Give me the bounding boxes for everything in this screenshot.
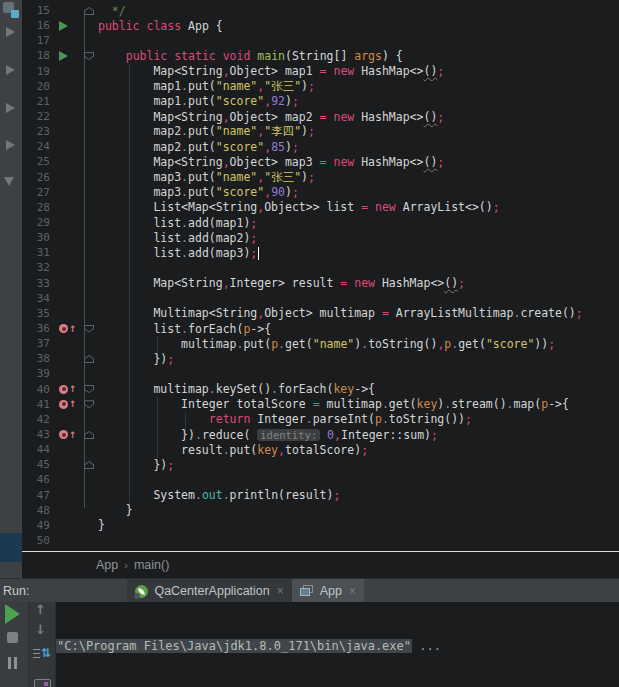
line-number[interactable]: 28 bbox=[22, 201, 54, 214]
line-number[interactable]: 48 bbox=[22, 504, 54, 517]
line-number[interactable]: 29 bbox=[22, 216, 54, 229]
close-icon[interactable]: × bbox=[349, 584, 356, 598]
line-number[interactable]: 31 bbox=[22, 246, 54, 259]
lambda-gutter-icon[interactable]: ↑ bbox=[59, 384, 77, 394]
line-number[interactable]: 15 bbox=[22, 4, 54, 17]
line-number[interactable]: 42 bbox=[22, 413, 54, 426]
code-text: map2.put("name","李四"); bbox=[98, 124, 619, 139]
code-text: list.forEach(p->{ bbox=[98, 322, 619, 336]
line-number[interactable]: 49 bbox=[22, 519, 54, 532]
line-number[interactable]: 20 bbox=[22, 80, 54, 93]
code-token: add(map1) bbox=[188, 216, 250, 230]
code-text: }).reduce( identity: 0,Integer::sum); bbox=[98, 428, 619, 442]
line-number[interactable]: 22 bbox=[22, 110, 54, 123]
line-number[interactable]: 40 bbox=[22, 383, 54, 396]
code-token: new bbox=[333, 64, 354, 78]
breadcrumb-class[interactable]: App bbox=[90, 558, 124, 572]
lambda-gutter-icon[interactable]: ↑ bbox=[59, 324, 77, 334]
line-number[interactable]: 17 bbox=[22, 34, 54, 47]
console-command-line[interactable]: "C:\Program Files\Java\jdk1.8.0_171\bin\… bbox=[56, 638, 441, 655]
fold-marker[interactable] bbox=[84, 431, 94, 439]
line-number[interactable]: 23 bbox=[22, 125, 54, 138]
fold-marker[interactable] bbox=[84, 385, 94, 393]
folded-command-ellipsis[interactable]: ... bbox=[412, 639, 441, 653]
line-number[interactable]: 39 bbox=[22, 367, 54, 380]
code-token: put( bbox=[188, 94, 216, 108]
line-number[interactable]: 38 bbox=[22, 352, 54, 365]
run-tab-qacenterapplication[interactable]: QaCenterApplication × bbox=[127, 579, 291, 603]
code-token: = bbox=[320, 64, 327, 78]
line-number[interactable]: 36 bbox=[22, 322, 54, 335]
console-output[interactable]: "C:\Program Files\Java\jdk1.8.0_171\bin\… bbox=[56, 604, 441, 687]
code-token: . bbox=[181, 231, 188, 245]
fold-marker[interactable] bbox=[84, 325, 94, 333]
active-tool-window-button[interactable] bbox=[0, 533, 22, 562]
expand-arrow-icon[interactable] bbox=[4, 177, 14, 186]
code-text: multimap.put(p.get("name").toString(),p.… bbox=[98, 337, 619, 351]
code-editor[interactable]: 15 */16public class App {1718 public sta… bbox=[22, 0, 619, 552]
code-token: return bbox=[209, 412, 251, 426]
fold-marker[interactable] bbox=[84, 7, 94, 15]
fold-area bbox=[80, 355, 98, 363]
line-number[interactable]: 30 bbox=[22, 231, 54, 244]
code-text: }); bbox=[98, 352, 619, 366]
code-text: multimap.keySet().forEach(key->{ bbox=[98, 382, 619, 396]
lambda-gutter-icon[interactable]: ↑ bbox=[59, 399, 77, 409]
collapse-arrow-icon[interactable] bbox=[6, 103, 15, 113]
code-token: toString() bbox=[368, 337, 437, 351]
line-number[interactable]: 41 bbox=[22, 398, 54, 411]
line-number[interactable]: 35 bbox=[22, 307, 54, 320]
code-text: Map<String,Object> map2 = new HashMap<>(… bbox=[98, 110, 619, 124]
line-number[interactable]: 44 bbox=[22, 443, 54, 456]
run-gutter-icon[interactable] bbox=[59, 51, 68, 61]
code-token: (String[] bbox=[285, 49, 354, 63]
run-gutter-icon[interactable] bbox=[59, 21, 68, 31]
fold-marker[interactable] bbox=[84, 52, 94, 60]
line-number[interactable]: 27 bbox=[22, 186, 54, 199]
line-number[interactable]: 25 bbox=[22, 155, 54, 168]
line-number[interactable]: 34 bbox=[22, 292, 54, 305]
line-number[interactable]: 43 bbox=[22, 428, 54, 441]
breadcrumb-method[interactable]: main() bbox=[128, 558, 175, 572]
fold-marker[interactable] bbox=[84, 400, 94, 408]
rerun-button[interactable] bbox=[5, 604, 20, 624]
collapse-arrow-icon[interactable] bbox=[6, 65, 15, 75]
fold-marker[interactable] bbox=[84, 461, 94, 469]
code-token: . bbox=[181, 124, 188, 138]
code-token: "张三" bbox=[264, 79, 301, 93]
project-structure-icon[interactable] bbox=[3, 2, 20, 19]
line-number[interactable]: 26 bbox=[22, 171, 54, 184]
restore-layout-icon[interactable]: ⇅ bbox=[33, 646, 51, 662]
code-text: map3.put("name","张三"); bbox=[98, 170, 619, 185]
line-number[interactable]: 33 bbox=[22, 277, 54, 290]
code-token: new bbox=[333, 110, 354, 124]
line-number[interactable]: 24 bbox=[22, 140, 54, 153]
close-icon[interactable]: × bbox=[277, 584, 284, 598]
code-text: list.add(map3); bbox=[98, 246, 619, 260]
console-settings-icon[interactable] bbox=[34, 679, 51, 687]
code-token: get( bbox=[458, 337, 486, 351]
down-arrow-icon[interactable]: ↓ bbox=[35, 622, 46, 637]
line-number[interactable]: 21 bbox=[22, 95, 54, 108]
pause-output-button[interactable] bbox=[7, 657, 19, 669]
stop-button[interactable] bbox=[7, 632, 18, 643]
collapse-arrow-icon[interactable] bbox=[6, 27, 15, 37]
line-number[interactable]: 19 bbox=[22, 65, 54, 78]
code-line: 27 map3.put("score",90); bbox=[22, 185, 619, 200]
up-arrow-icon[interactable]: ↑ bbox=[35, 602, 46, 617]
fold-marker[interactable] bbox=[84, 355, 94, 363]
run-tab-app[interactable]: App × bbox=[292, 579, 364, 603]
line-number[interactable]: 37 bbox=[22, 337, 54, 350]
line-number[interactable]: 46 bbox=[22, 473, 54, 486]
collapse-arrow-icon[interactable] bbox=[6, 140, 15, 150]
code-token: . bbox=[181, 79, 188, 93]
line-number[interactable]: 18 bbox=[22, 49, 54, 62]
code-line: 26 map3.put("name","张三"); bbox=[22, 170, 619, 185]
line-number[interactable]: 50 bbox=[22, 534, 54, 547]
line-number[interactable]: 45 bbox=[22, 458, 54, 471]
line-number[interactable]: 47 bbox=[22, 489, 54, 502]
fold-area bbox=[80, 325, 98, 333]
line-number[interactable]: 16 bbox=[22, 19, 54, 32]
lambda-gutter-icon[interactable]: ↑ bbox=[59, 430, 77, 440]
line-number[interactable]: 32 bbox=[22, 261, 54, 274]
